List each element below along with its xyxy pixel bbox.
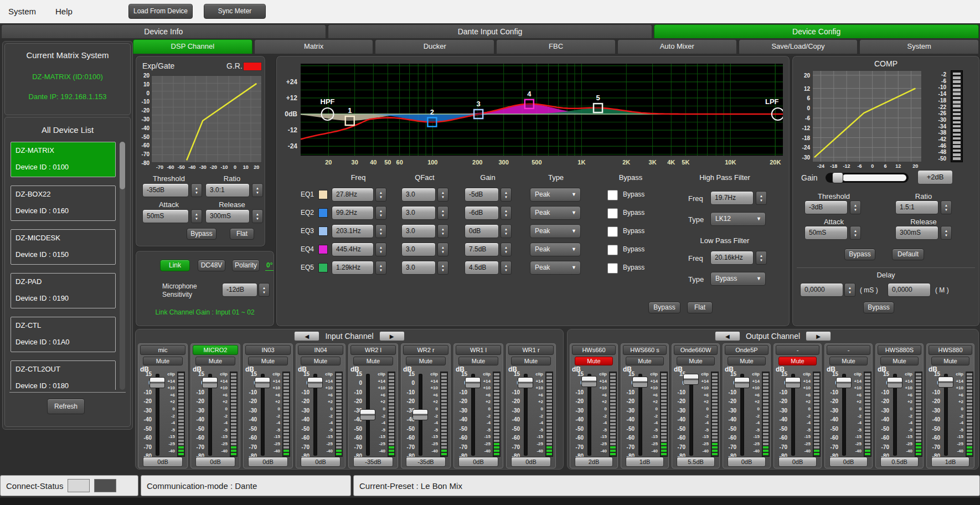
eq-gain-field[interactable]: -5dB <box>465 188 499 202</box>
eq-flat-button[interactable]: Flat <box>687 302 713 313</box>
eq-bypass-checkbox[interactable] <box>607 190 618 200</box>
channel-gain-button[interactable]: 0dB <box>728 457 766 467</box>
mute-button[interactable]: Mute <box>195 357 235 365</box>
eq-freq-field[interactable]: 99.2Hz <box>332 206 374 220</box>
eq-gain-field[interactable]: -6dB <box>465 206 499 220</box>
comp-attack-stepper[interactable]: ▲▼ <box>850 226 861 240</box>
attack-stepper[interactable]: ▲▼ <box>191 209 202 223</box>
eq-freq-field[interactable]: 203.1Hz <box>332 224 374 238</box>
eq-qfact-field[interactable]: 3.0 <box>401 206 436 220</box>
mic-sensitivity-field[interactable]: -12dB <box>222 283 257 297</box>
comp-ratio-field[interactable]: 1.5:1 <box>895 200 938 214</box>
channel-gain-button[interactable]: 0dB <box>143 457 183 467</box>
device-item-dz-micdesk[interactable]: DZ-MICDESKDevice ID : 0150 <box>11 229 116 265</box>
eq-freq-stepper[interactable]: ▲▼ <box>375 206 386 220</box>
next-output-channel-button[interactable]: ▶ <box>806 331 831 341</box>
channel-name-button[interactable]: HWs660 <box>572 345 616 355</box>
eq-qfact-stepper[interactable]: ▲▼ <box>437 188 448 202</box>
release-field[interactable]: 300mS <box>205 209 250 223</box>
sub-tab-system[interactable]: System <box>859 39 979 54</box>
mute-button[interactable]: Mute <box>575 357 613 365</box>
mute-button[interactable]: Mute <box>353 357 393 365</box>
channel-name-button[interactable]: WR1 r <box>508 345 554 355</box>
load-from-device-button[interactable]: Load From Device <box>128 4 193 19</box>
eq-type-dropdown[interactable]: Peak▼ <box>530 243 581 256</box>
release-stepper[interactable]: ▲▼ <box>252 209 263 223</box>
comp-bypass-button[interactable]: Bypass <box>844 249 875 260</box>
sub-tab-matrix[interactable]: Matrix <box>254 39 374 54</box>
channel-gain-button[interactable]: 0dB <box>301 457 341 467</box>
channel-name-button[interactable]: HWS880S <box>878 345 921 355</box>
fader-track[interactable] <box>689 374 693 456</box>
prev-output-channel-button[interactable]: ◀ <box>715 331 740 341</box>
attack-field[interactable]: 50mS <box>142 209 189 223</box>
ratio-stepper[interactable]: ▲▼ <box>252 183 263 197</box>
main-tab-device-info[interactable]: Device Info <box>1 24 326 38</box>
device-item-dz-matrix[interactable]: DZ-MATRIXDevice ID : 0100 <box>11 142 116 177</box>
channel-name-button[interactable]: HWS660 s <box>623 345 667 355</box>
sync-meter-button[interactable]: Sync Meter <box>204 4 266 19</box>
eq-type-dropdown[interactable]: Peak▼ <box>530 188 581 202</box>
mute-button[interactable]: Mute <box>406 357 446 365</box>
threshold-stepper[interactable]: ▲▼ <box>191 183 202 197</box>
comp-gain-slider[interactable] <box>826 172 909 183</box>
comp-gain-value-button[interactable]: +2dB <box>917 170 953 184</box>
eq-handle-eq5[interactable] <box>594 104 602 112</box>
eq-qfact-stepper[interactable]: ▲▼ <box>437 243 448 256</box>
channel-gain-button[interactable]: 0dB <box>511 457 551 467</box>
eq-bypass-checkbox[interactable] <box>607 208 618 219</box>
eq-qfact-stepper[interactable]: ▲▼ <box>437 261 448 275</box>
slider-thumb[interactable] <box>832 172 843 183</box>
delay-ms-stepper[interactable]: ▲▼ <box>844 283 855 297</box>
mute-button[interactable]: Mute <box>728 357 766 365</box>
eq-handle-eq2[interactable] <box>427 118 436 127</box>
mute-button[interactable]: Mute <box>880 357 919 365</box>
eq-handle-eq4[interactable] <box>525 100 534 109</box>
channel-name-button[interactable]: WR2 l <box>350 345 396 355</box>
polarity-button[interactable]: Polarity <box>232 260 260 271</box>
comp-default-button[interactable]: Default <box>892 249 924 260</box>
eq-freq-stepper[interactable]: ▲▼ <box>375 188 386 202</box>
channel-gain-button[interactable]: -35dB <box>406 457 446 467</box>
eq-handle-eq3[interactable] <box>474 110 483 118</box>
sub-tab-ducker[interactable]: Ducker <box>375 39 494 54</box>
eq-freq-field[interactable]: 27.8Hz <box>332 188 374 202</box>
eq-gain-stepper[interactable]: ▲▼ <box>501 224 512 238</box>
main-tab-device-config[interactable]: Device Config <box>654 24 979 38</box>
eq-type-dropdown[interactable]: Peak▼ <box>530 224 581 238</box>
menu-help[interactable]: Help <box>55 0 73 23</box>
comp-ratio-stepper[interactable]: ▲▼ <box>941 200 952 214</box>
eq-bypass-checkbox[interactable] <box>607 226 618 237</box>
eq-gain-field[interactable]: 7.5dB <box>465 243 499 256</box>
channel-gain-button[interactable]: -35dB <box>353 457 393 467</box>
lpf-freq-field[interactable]: 20.16kHz <box>710 251 754 265</box>
comp-threshold-stepper[interactable]: ▲▼ <box>850 200 861 214</box>
channel-name-button[interactable]: - <box>776 345 819 355</box>
mute-button[interactable]: Mute <box>626 357 664 365</box>
channel-gain-button[interactable]: 2dB <box>575 457 613 467</box>
channel-name-button[interactable]: IN04 <box>298 345 343 355</box>
mute-button[interactable]: Mute <box>677 357 715 365</box>
channel-gain-button[interactable]: 1dB <box>626 457 664 467</box>
device-list-scrollbar[interactable] <box>120 142 125 390</box>
channel-gain-button[interactable]: 0dB <box>829 457 868 467</box>
comp-attack-field[interactable]: 50mS <box>804 226 848 240</box>
channel-name-button[interactable]: - <box>827 345 870 355</box>
threshold-field[interactable]: -35dB <box>142 183 189 197</box>
device-item-dz-ctl2out[interactable]: DZ-CTL2OUTDevice ID : 0180 <box>11 360 116 390</box>
scrollbar-thumb[interactable] <box>120 142 125 189</box>
main-tab-dante-input-config[interactable]: Dante Input Config <box>328 24 653 38</box>
next-input-channel-button[interactable]: ▶ <box>379 331 405 341</box>
eq-bypass-checkbox[interactable] <box>607 245 618 255</box>
channel-gain-button[interactable]: 1dB <box>931 457 969 467</box>
delay-m-field[interactable]: 0,0000 <box>888 283 931 297</box>
eq-qfact-field[interactable]: 3.0 <box>401 188 436 202</box>
refresh-button[interactable]: Refresh <box>47 399 85 414</box>
sub-tab-dsp-channel[interactable]: DSP Channel <box>133 39 252 54</box>
channel-gain-button[interactable]: 0dB <box>458 457 498 467</box>
channel-name-button[interactable]: WR1 l <box>456 345 501 355</box>
channel-gain-button[interactable]: 5.5dB <box>677 457 715 467</box>
ratio-field[interactable]: 3.0:1 <box>205 183 250 197</box>
eq-qfact-stepper[interactable]: ▲▼ <box>437 206 448 220</box>
mute-button[interactable]: Mute <box>143 357 183 365</box>
